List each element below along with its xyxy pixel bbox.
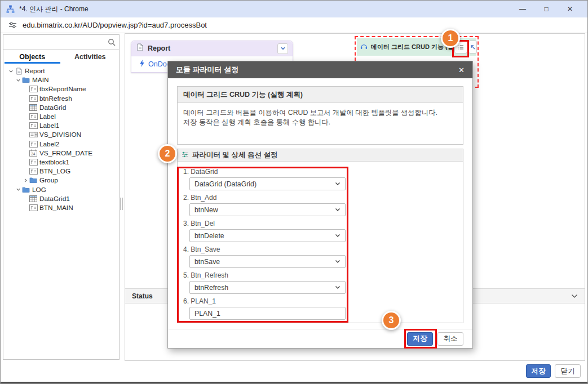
select-value: DataGrid (DataGrid) — [194, 180, 257, 188]
browser-urlbar: edu.bimatrix.co.kr/AUD/popview.jsp?id=au… — [1, 17, 587, 33]
dialog-header: 모듈 파라미터 설정 ✕ — [168, 61, 472, 78]
btn_add-select[interactable]: btnNew — [189, 203, 346, 216]
status-collapse-chevron[interactable] — [571, 294, 578, 298]
tree-indent — [8, 117, 23, 117]
tree-item-main[interactable]: MAIN — [3, 75, 119, 84]
field-label: 1. DataGrid — [183, 168, 463, 176]
tree-item-label: LOG — [32, 186, 46, 194]
svg-text:24: 24 — [31, 152, 36, 156]
tree-item-report[interactable]: Report — [3, 66, 119, 75]
module-info-description: 데이터 그리드와 버튼을 이용하여 CRUD 보고서 개발에 대한 템플릿을 생… — [178, 103, 463, 132]
tree-indent — [8, 207, 23, 208]
minimize-button[interactable]: — — [511, 1, 534, 17]
page-save-button[interactable]: 저장 — [526, 364, 551, 378]
tree-item-label: tbxReportName — [39, 85, 86, 93]
tree-item-label: BTN_MAIN — [39, 204, 73, 212]
parameter-field-btn_add: 2. Btn_AddbtnNew — [178, 194, 463, 216]
datagrid-select[interactable]: DataGrid (DataGrid) — [189, 177, 346, 190]
textbox-icon — [29, 95, 38, 102]
tree-item-vs_from_date[interactable]: 24VS_FROM_DATE — [3, 149, 119, 158]
page-close-button[interactable]: 닫기 — [555, 364, 581, 378]
dialog-cancel-button[interactable]: 취소 — [437, 332, 463, 346]
textbox-icon — [29, 113, 38, 120]
tree-item-vs_division[interactable]: VS_DIVISION — [3, 130, 119, 139]
tab-objects[interactable]: Objects — [3, 50, 61, 64]
caret-down-icon[interactable] — [15, 187, 21, 192]
parameter-field-plan_1: 6. PLAN_1 — [178, 297, 463, 320]
url-text[interactable]: edu.bimatrix.co.kr/AUD/popview.jsp?id=au… — [23, 21, 207, 29]
parameter-fields: 1. DataGridDataGrid (DataGrid)2. Btn_Add… — [178, 162, 463, 320]
tree-item-label: btnRefresh — [39, 95, 72, 102]
tree-item-btnrefresh[interactable]: btnRefresh — [3, 94, 119, 103]
node-expand-button[interactable] — [468, 41, 477, 53]
parameters-box-title: 파라미터 및 상세 옵션 설정 — [192, 150, 277, 160]
tree-indent — [8, 89, 23, 90]
object-explorer-panel: Objects Activities ReportMAINtbxReportNa… — [3, 34, 120, 360]
tree-item-datagrid1[interactable]: DataGrid1 — [3, 194, 119, 203]
caret-right-icon[interactable] — [23, 178, 29, 183]
browser-window: *4. 인사 관리 - Chrome — □ ✕ edu.bimatrix.co… — [0, 0, 588, 384]
lightning-icon — [139, 59, 145, 69]
textbox-icon — [29, 141, 38, 148]
plan_1-input[interactable] — [189, 307, 346, 320]
textbox-icon — [29, 159, 38, 166]
grid-icon — [29, 195, 38, 202]
parameter-field-datagrid: 1. DataGridDataGrid (DataGrid) — [178, 168, 463, 190]
window-titlebar: *4. 인사 관리 - Chrome — □ ✕ — [1, 1, 587, 17]
dialog-title: 모듈 파라미터 설정 — [176, 65, 238, 75]
report-node-header: Report — [131, 41, 293, 56]
btn_refresh-select[interactable]: btnRefresh — [189, 281, 346, 294]
folder-icon — [21, 77, 30, 83]
field-label: 5. Btn_Refresh — [183, 271, 463, 279]
parameter-field-btn_del: 3. Btn_DelbtnDelete — [178, 220, 463, 242]
tree-item-label: Label — [39, 113, 56, 120]
tree-item-label2[interactable]: Label2 — [3, 140, 119, 149]
tree-indent — [8, 153, 23, 153]
tree-item-log[interactable]: LOG — [3, 185, 119, 194]
tree-item-label: Group — [39, 176, 58, 184]
explorer-tabs: Objects Activities — [3, 50, 119, 64]
panel-resize-handle[interactable] — [120, 198, 123, 210]
select-value: btnNew — [194, 206, 218, 214]
select-value: btnSave — [194, 258, 220, 266]
caret-down-icon[interactable] — [15, 78, 21, 83]
tree-item-label: VS_DIVISION — [39, 131, 81, 139]
tree-indent — [8, 80, 15, 81]
tree-item-label: BTN_LOG — [39, 167, 70, 175]
site-settings-icon[interactable] — [8, 21, 17, 29]
caret-down-icon[interactable] — [8, 69, 14, 74]
btn_del-select[interactable]: btnDelete — [189, 229, 346, 242]
combo-icon — [29, 131, 38, 138]
tree-indent — [8, 180, 23, 181]
parameter-field-btn_refresh: 5. Btn_RefreshbtnRefresh — [178, 271, 463, 294]
search-row — [3, 35, 119, 50]
tree-indent — [8, 171, 23, 172]
tree-item-btn_log[interactable]: BTN_LOG — [3, 167, 119, 176]
search-input[interactable] — [3, 35, 119, 49]
dialog-close-button[interactable]: ✕ — [458, 66, 465, 74]
tab-activities[interactable]: Activities — [61, 50, 120, 64]
textbox-icon — [29, 168, 38, 175]
btn_save-select[interactable]: btnSave — [189, 255, 346, 268]
tree-indent — [8, 107, 23, 108]
tree-item-label[interactable]: Label — [3, 112, 119, 121]
options-sliders-icon — [182, 151, 189, 159]
maximize-button[interactable]: □ — [534, 1, 558, 17]
tree-item-tbxreportname[interactable]: tbxReportName — [3, 84, 119, 93]
tree-item-datagrid[interactable]: DataGrid — [3, 103, 119, 112]
tree-item-group[interactable]: Group — [3, 176, 119, 185]
window-title: *4. 인사 관리 - Chrome — [19, 5, 89, 14]
tree-item-label: Label2 — [39, 140, 59, 148]
close-window-button[interactable]: ✕ — [558, 1, 582, 17]
parameter-field-btn_save: 4. Btn_SavebtnSave — [178, 245, 463, 268]
dialog-save-button[interactable]: 저장 — [407, 332, 433, 346]
tree-item-label: VS_FROM_DATE — [39, 149, 92, 157]
step-badge-3: 3 — [382, 311, 401, 330]
chevron-down-icon — [335, 208, 341, 212]
module-info-box: 데이터 그리드 CRUD 기능 (실행 계획) 데이터 그리드와 버튼을 이용하… — [177, 86, 463, 145]
tree-item-label1[interactable]: Label1 — [3, 121, 119, 130]
dialog-footer: 저장 취소 — [168, 329, 472, 348]
tree-item-btn_main[interactable]: BTN_MAIN — [3, 203, 119, 212]
report-collapse-button[interactable] — [277, 43, 288, 54]
tree-item-textblock1[interactable]: textblock1 — [3, 158, 119, 167]
